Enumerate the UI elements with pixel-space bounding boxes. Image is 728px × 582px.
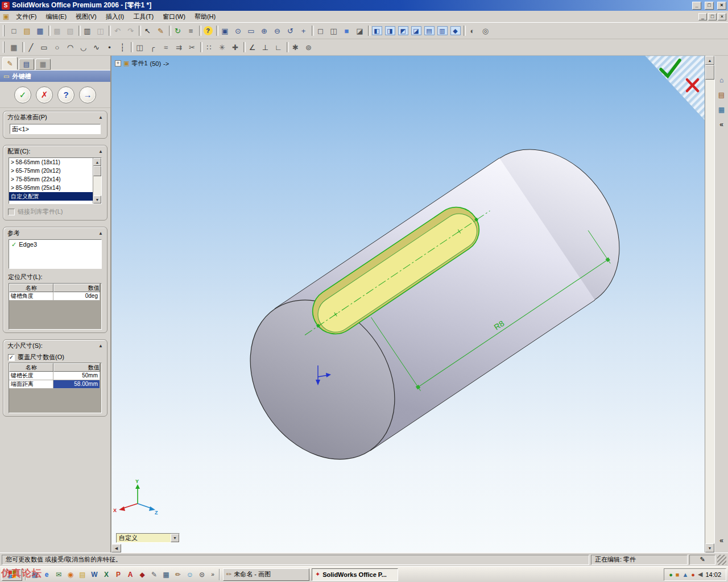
reference-edge-box[interactable]: ✓ Edge3 — [9, 239, 102, 269]
arc-icon[interactable]: ◠ — [64, 41, 77, 53]
ql-folder[interactable]: ▤ — [77, 569, 88, 580]
scroll-down-icon[interactable]: ▼ — [93, 196, 101, 203]
resize-grip[interactable] — [717, 555, 726, 565]
ql-excel[interactable]: X — [101, 569, 112, 580]
zoom-area-icon[interactable]: ▭ — [245, 24, 258, 37]
collapse-arrow-icon[interactable]: ▲ — [98, 343, 103, 348]
save-icon[interactable]: ▦ — [34, 24, 47, 37]
ql-powerpoint[interactable]: P — [113, 569, 124, 580]
open-icon[interactable]: ▤ — [20, 24, 34, 37]
ql-notepad[interactable]: ✎ — [148, 569, 160, 580]
mirror-icon[interactable]: ◫ — [133, 41, 146, 53]
move-entities-icon[interactable]: ✚ — [229, 41, 242, 53]
ql-paint[interactable]: ✏ — [172, 569, 184, 580]
zoom-in-out-icon[interactable]: ⊕ — [258, 24, 271, 37]
sketch-snaps-icon[interactable]: ✱ — [289, 41, 302, 53]
undo-icon[interactable]: ↶ — [111, 24, 124, 37]
table-row[interactable]: 键槽长度 50mm — [9, 372, 101, 380]
menu-insert[interactable]: 插入(I) — [101, 11, 129, 22]
make-drawing-icon[interactable]: ▩ — [51, 24, 64, 37]
config-option[interactable]: > 75-85mm (22x14) — [9, 175, 93, 184]
part-name-label[interactable]: 零件1 — [131, 59, 147, 68]
child-minimize-button[interactable]: _ — [698, 13, 707, 20]
shadows-icon[interactable]: ◪ — [353, 24, 366, 37]
view-bottom-icon[interactable]: ▥ — [436, 24, 449, 37]
view-orientation-icon[interactable]: ▣ — [218, 24, 231, 37]
child-restore-button[interactable]: □ — [708, 13, 717, 20]
view-top-icon[interactable]: ▤ — [423, 24, 436, 37]
zoom-fit-icon[interactable]: ⊙ — [231, 24, 245, 37]
point-icon[interactable]: • — [103, 41, 116, 53]
title-bar[interactable]: S SolidWorks Office Premium 2006 - [零件1 … — [0, 0, 728, 11]
task-solidworks[interactable]: ✦ SolidWorks Office P... — [312, 568, 398, 581]
menu-file[interactable]: 文件(F) — [11, 11, 41, 22]
print-preview-icon[interactable]: ◫ — [94, 24, 107, 37]
graphics-area[interactable]: R8 X Y Z — [111, 56, 705, 552]
toolbar-grip[interactable] — [3, 41, 5, 53]
scroll-down-icon[interactable]: ▼ — [705, 543, 714, 552]
ql-outlook[interactable]: ✉ — [53, 569, 64, 580]
display-relations-icon[interactable]: ∟ — [272, 41, 285, 53]
camera-view-icon[interactable]: ◎ — [479, 24, 492, 37]
tray-icon-2[interactable]: ■ — [676, 571, 680, 578]
combo-dropdown-icon[interactable]: ▼ — [171, 534, 179, 542]
sketch-icon[interactable]: ✎ — [154, 24, 167, 37]
rebuild-icon[interactable]: ↻ — [171, 24, 184, 37]
new-icon[interactable]: □ — [7, 24, 20, 37]
hidden-lines-icon[interactable]: ◫ — [327, 24, 340, 37]
expand-tree-icon[interactable]: + — [115, 60, 121, 66]
menu-window[interactable]: 窗口(W) — [158, 11, 190, 22]
configuration-combo[interactable]: 自定义 ▼ — [116, 533, 180, 543]
wireframe-icon[interactable]: ◻ — [314, 24, 327, 37]
ql-acrobat[interactable]: A — [125, 569, 136, 580]
rectangle-icon[interactable]: ▭ — [38, 41, 51, 53]
redo-icon[interactable]: ↷ — [124, 24, 137, 37]
pm-tab-page3[interactable]: ▦ — [35, 59, 51, 70]
collapse-arrow-icon[interactable]: ▲ — [98, 231, 103, 236]
zoom-selected-icon[interactable]: ⊖ — [271, 24, 284, 37]
config-option[interactable]: > 85-95mm (25x14) — [9, 184, 93, 192]
maximize-button[interactable]: □ — [705, 2, 714, 10]
pan-icon[interactable]: + — [297, 24, 310, 37]
view-right-icon[interactable]: ◪ — [410, 24, 423, 37]
ql-internet-explorer[interactable]: e — [41, 569, 52, 580]
viewport-vertical-scrollbar[interactable]: ▲ ▼ — [705, 56, 714, 552]
view-left-icon[interactable]: ◩ — [396, 24, 410, 37]
ql-search[interactable]: ⊙ — [196, 569, 208, 580]
tray-volume[interactable]: ◀ — [698, 571, 702, 578]
menu-help[interactable]: 帮助(H) — [190, 11, 220, 22]
table-row[interactable]: 端面距离 58.00mm — [9, 380, 101, 389]
menu-edit[interactable]: 编辑(E) — [41, 11, 71, 22]
ok-button[interactable]: ✓ — [14, 86, 31, 103]
scroll-up-icon[interactable]: ▲ — [705, 56, 714, 65]
circle-icon[interactable]: ○ — [51, 41, 64, 53]
centerline-icon[interactable]: ┆ — [116, 41, 129, 53]
design-library-icon[interactable]: ▤ — [717, 90, 727, 100]
smart-dimension-icon[interactable]: ∠ — [246, 41, 259, 53]
start-button[interactable] — [2, 568, 22, 581]
collapse-chevron-icon[interactable]: « — [717, 535, 727, 546]
ql-cad[interactable]: ◆ — [136, 569, 148, 580]
convert-entities-icon[interactable]: ⇉ — [172, 41, 185, 53]
pin-button[interactable]: → — [79, 86, 96, 103]
child-close-button[interactable]: × — [718, 13, 726, 20]
cancel-button[interactable]: ✗ — [36, 86, 53, 103]
tray-icon-3[interactable]: ▲ — [682, 571, 688, 578]
ql-messenger[interactable]: ☺ — [184, 569, 196, 580]
collapse-arrow-icon[interactable]: ▲ — [98, 115, 103, 120]
options-icon[interactable]: ≡ — [184, 24, 197, 37]
offset-icon[interactable]: ≈ — [159, 41, 172, 53]
tangent-arc-icon[interactable]: ◡ — [77, 41, 90, 53]
scroll-thumb[interactable] — [93, 166, 101, 176]
minimize-button[interactable]: _ — [692, 2, 701, 10]
select-icon[interactable]: ↖ — [141, 24, 154, 37]
home-icon[interactable]: ⌂ — [717, 75, 727, 85]
file-explorer-icon[interactable]: ▦ — [717, 105, 727, 115]
scroll-thumb[interactable] — [705, 65, 714, 80]
config-option[interactable]: 自定义配置 — [9, 192, 93, 201]
tray-icon-1[interactable]: ● — [669, 571, 673, 578]
trim-icon[interactable]: ✂ — [185, 41, 198, 53]
print-icon[interactable]: ▥ — [81, 24, 94, 37]
hscroll-left-icon[interactable]: ◀ — [111, 544, 121, 552]
task-paint[interactable]: ✏ 未命名 - 画图 — [223, 568, 309, 581]
